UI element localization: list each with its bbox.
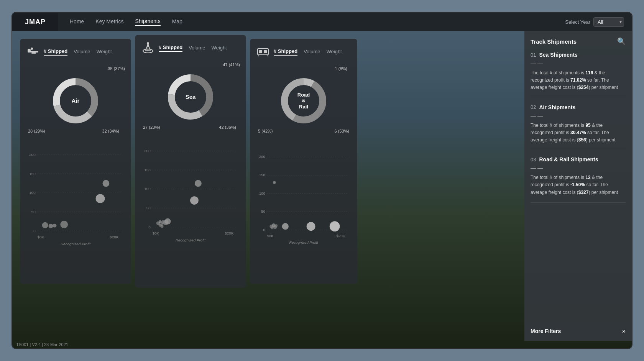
svg-point-84 [282, 223, 289, 230]
road-rail-card-header: # Shipped Volume Weight [256, 45, 351, 59]
main-area: # Shipped Volume Weight [12, 31, 524, 341]
nav-home[interactable]: Home [70, 18, 84, 25]
sea-label-top: 47 (41%) [223, 62, 240, 67]
svg-text:50: 50 [261, 209, 265, 213]
logo: JMAP [25, 18, 46, 26]
air-label-bottom: 28 (29%) [28, 129, 45, 133]
sea-entry-title: Sea Shipments [539, 52, 577, 58]
svg-point-55 [190, 196, 199, 205]
sea-entry-desc: The total # of shipments is 116 & the re… [531, 69, 626, 92]
road-rail-icon [256, 45, 270, 59]
svg-text:150: 150 [29, 172, 36, 176]
footer-text: TS001 | V2.4 | 28-Mar-2021 [16, 342, 68, 347]
road-rail-scatter: 200 150 100 50 0 $0K $20K [256, 143, 351, 273]
air-card: # Shipped Volume Weight [20, 39, 131, 284]
svg-rect-3 [31, 53, 36, 54]
svg-point-25 [102, 180, 109, 187]
svg-text:100: 100 [259, 191, 265, 195]
svg-text:$20K: $20K [225, 231, 234, 235]
svg-text:200: 200 [29, 153, 36, 157]
air-entry-num: 02 [531, 104, 536, 110]
svg-text:0: 0 [33, 229, 36, 233]
road-rail-tabs: # Shipped Volume Weight [274, 48, 342, 56]
road-rail-scatter-svg: 200 150 100 50 0 $0K $20K [256, 143, 351, 273]
year-select-wrapper: All 2020 2019 [593, 17, 624, 27]
road-rail-entry-icon-row: — — [531, 165, 626, 171]
app-frame: JMAP Home Key Metrics Shipments Map Sele… [12, 12, 632, 349]
sea-tab-weight[interactable]: Weight [212, 45, 227, 51]
sea-card-header: # Shipped Volume Weight [141, 41, 240, 55]
svg-point-52 [161, 225, 164, 228]
air-tab-shipped[interactable]: # Shipped [44, 48, 67, 56]
air-label-right: 32 (34%) [102, 129, 119, 133]
year-label: Select Year [565, 19, 590, 25]
svg-point-87 [273, 181, 276, 184]
air-label-top: 35 (37%) [108, 66, 125, 71]
svg-point-21 [49, 224, 53, 228]
sea-entry-header: 01 Sea Shipments [531, 52, 626, 58]
road-rail-entry-icon: — — [531, 165, 543, 171]
nav-map[interactable]: Map [172, 18, 182, 25]
svg-text:0: 0 [148, 225, 151, 229]
svg-point-81 [271, 226, 274, 230]
more-filters-button[interactable]: More Filters [531, 328, 561, 334]
nav-key-metrics[interactable]: Key Metrics [95, 18, 123, 25]
svg-text:100: 100 [144, 187, 151, 191]
sea-donut-area: Sea 47 (41%) 27 (23%) 42 (36%) [141, 59, 240, 135]
sea-icon [141, 41, 155, 55]
sea-entry-num: 01 [531, 52, 536, 58]
air-scatter: 200 150 100 50 0 $0K $20K [26, 143, 125, 273]
more-filters-row[interactable]: More Filters » [531, 324, 626, 335]
svg-point-22 [53, 224, 56, 228]
svg-point-83 [275, 224, 278, 227]
right-panel: Track Shipments 🔍 01 Sea Shipments — — T… [524, 31, 632, 341]
road-rail-tab-weight[interactable]: Weight [327, 49, 342, 55]
svg-text:150: 150 [144, 168, 151, 172]
air-scatter-svg: 200 150 100 50 0 $0K $20K [26, 143, 125, 273]
air-shipments-entry: 02 Air Shipments — — The total # of ship… [531, 104, 626, 151]
air-entry-desc: The total # of shipments is 95 & the rec… [531, 122, 626, 144]
sea-tab-volume[interactable]: Volume [189, 45, 205, 51]
svg-point-85 [307, 222, 315, 231]
road-rail-tab-volume[interactable]: Volume [304, 49, 320, 55]
sea-scatter-svg: 200 150 100 50 0 $0K $20K [141, 139, 240, 269]
svg-point-1 [31, 48, 33, 50]
road-rail-entry-title: Road & Rail Shipments [539, 156, 598, 162]
svg-text:200: 200 [144, 149, 151, 153]
svg-text:$0K: $0K [267, 234, 274, 238]
nav-shipments[interactable]: Shipments [135, 18, 160, 26]
nav: Home Key Metrics Shipments Map [70, 18, 565, 26]
year-selector: Select Year All 2020 2019 [565, 17, 624, 27]
panel-title: Track Shipments [531, 38, 577, 45]
sea-label-bottom-left: 27 (23%) [143, 125, 160, 130]
air-tab-weight[interactable]: Weight [97, 49, 112, 55]
road-rail-label-right: 6 (50%) [334, 129, 349, 133]
panel-header: Track Shipments 🔍 [531, 37, 626, 46]
svg-point-29 [147, 42, 149, 44]
road-rail-card: # Shipped Volume Weight [250, 39, 357, 284]
svg-rect-59 [259, 50, 262, 53]
svg-text:150: 150 [259, 173, 265, 177]
search-icon[interactable]: 🔍 [617, 37, 626, 46]
road-rail-shipments-entry: 03 Road & Rail Shipments — — The total #… [531, 156, 626, 203]
svg-point-24 [96, 194, 105, 203]
footer: TS001 | V2.4 | 28-Mar-2021 [12, 341, 72, 348]
sea-entry-icon-row: — — [531, 60, 626, 66]
road-rail-tab-shipped[interactable]: # Shipped [274, 48, 297, 56]
svg-text:Recognized Profit: Recognized Profit [176, 238, 206, 242]
air-entry-icon-row: — — [531, 113, 626, 119]
svg-text:$20K: $20K [110, 235, 119, 239]
svg-text:200: 200 [259, 154, 265, 159]
svg-rect-2 [28, 51, 38, 53]
air-center-label: Air [72, 97, 80, 105]
air-entry-header: 02 Air Shipments [531, 104, 626, 110]
year-dropdown[interactable]: All 2020 2019 [593, 17, 624, 27]
road-rail-entry-desc: The total # of shipments is 12 & the rec… [531, 174, 626, 196]
air-entry-icon: — — [531, 113, 543, 119]
air-entry-title: Air Shipments [539, 104, 575, 110]
more-filters-arrow-icon: » [622, 328, 626, 335]
sea-tab-shipped[interactable]: # Shipped [159, 44, 182, 52]
air-tab-volume[interactable]: Volume [74, 49, 90, 55]
svg-text:Recognized Profit: Recognized Profit [289, 240, 318, 244]
road-rail-entry-header: 03 Road & Rail Shipments [531, 156, 626, 162]
